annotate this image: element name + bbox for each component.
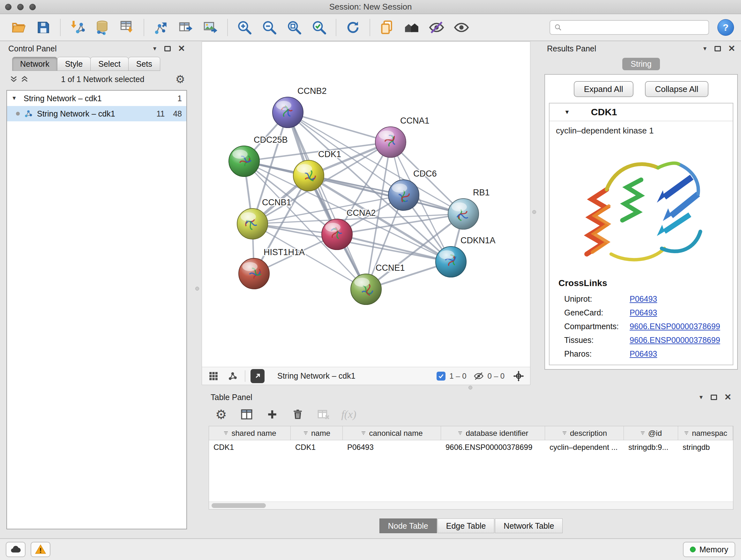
show-all-button[interactable] — [450, 17, 473, 38]
network-node[interactable] — [448, 199, 479, 229]
zoom-fit-button[interactable] — [283, 17, 306, 38]
tab-network-table[interactable]: Network Table — [495, 518, 562, 533]
panel-float-icon[interactable] — [715, 46, 721, 51]
collapse-all-button[interactable]: Collapse All — [645, 81, 709, 97]
zoom-out-button[interactable] — [258, 17, 281, 38]
create-column-button[interactable] — [265, 407, 280, 422]
expand-all-button[interactable]: Expand All — [574, 81, 633, 97]
network-view[interactable]: CCNB2CCNA1CDC25BCDK1CDC6RB1CCNB1CCNA2CDK… — [202, 42, 530, 385]
table-cell[interactable]: stringdb:9... — [624, 440, 678, 454]
cloud-status-button[interactable] — [6, 542, 25, 557]
panel-menu-icon[interactable]: ▼ — [702, 46, 708, 51]
table-cell[interactable]: CDK1 — [291, 440, 343, 454]
delete-table-button[interactable] — [316, 407, 331, 422]
splitter-handle[interactable] — [532, 210, 536, 214]
network-node[interactable] — [239, 258, 269, 289]
save-session-button[interactable] — [32, 17, 55, 38]
collapse-all-button[interactable] — [8, 74, 19, 84]
tab-string[interactable]: String — [622, 58, 660, 70]
section-expander-icon[interactable]: ▼ — [564, 109, 570, 116]
export-table-button[interactable] — [174, 17, 197, 38]
select-columns-button[interactable] — [239, 407, 254, 422]
table-column-header[interactable]: shared name — [209, 426, 291, 440]
memory-button[interactable]: Memory — [683, 542, 735, 557]
apply-preferred-layout-button[interactable] — [341, 17, 364, 38]
function-builder-button[interactable]: f(x) — [341, 407, 356, 422]
table-column-header[interactable]: @id — [624, 426, 678, 440]
network-node[interactable] — [322, 219, 352, 250]
tree-expander-icon[interactable]: ▼ — [11, 95, 20, 102]
network-node[interactable] — [229, 146, 259, 177]
window-minimize-button[interactable] — [17, 4, 23, 10]
network-node[interactable] — [237, 208, 268, 239]
table-column-header[interactable]: name — [291, 426, 343, 440]
tab-node-table[interactable]: Node Table — [380, 518, 437, 533]
crosslink-link[interactable]: 9606.ENSP00000378699 — [630, 335, 720, 345]
table-cell[interactable]: stringdb — [678, 440, 733, 454]
gene-section-header[interactable]: ▼ CDK1 — [549, 104, 733, 121]
network-node[interactable] — [273, 97, 303, 128]
panel-close-icon[interactable]: ✕ — [178, 44, 185, 53]
network-options-gear-icon[interactable]: ⚙ — [176, 74, 185, 84]
table-column-header[interactable]: description — [545, 426, 624, 440]
export-network-button[interactable] — [149, 17, 172, 38]
panel-close-icon[interactable]: ✕ — [724, 393, 731, 401]
crosslink-link[interactable]: P06493 — [630, 294, 657, 304]
table-cell[interactable]: CDK1 — [209, 440, 291, 454]
scrollbar-thumb[interactable] — [212, 503, 266, 508]
open-session-button[interactable] — [7, 17, 30, 38]
table-cell[interactable]: P06493 — [343, 440, 441, 454]
crosslink-link[interactable]: P06493 — [630, 349, 657, 359]
hide-selected-button[interactable] — [425, 17, 448, 38]
panel-menu-icon[interactable]: ▼ — [152, 46, 158, 51]
splitter-handle[interactable] — [195, 287, 199, 291]
table-column-header[interactable]: canonical name — [343, 426, 441, 440]
tab-select[interactable]: Select — [90, 57, 128, 71]
warnings-button[interactable] — [30, 542, 51, 557]
panel-close-icon[interactable]: ✕ — [728, 44, 735, 53]
network-node[interactable] — [351, 274, 381, 305]
crosslink-link[interactable]: P06493 — [630, 308, 657, 317]
expand-all-button[interactable] — [19, 74, 30, 84]
import-network-from-file-button[interactable] — [66, 17, 89, 38]
tab-style[interactable]: Style — [57, 57, 91, 71]
fit-content-button[interactable] — [512, 369, 526, 383]
network-collection-row[interactable]: ▼ String Network – cdk1 1 — [7, 91, 186, 106]
detach-view-button[interactable] — [251, 369, 265, 383]
home-view-button[interactable] — [400, 17, 423, 38]
network-overview-button[interactable] — [226, 369, 240, 383]
window-zoom-button[interactable] — [29, 4, 36, 10]
tab-network[interactable]: Network — [12, 57, 57, 71]
network-node[interactable] — [435, 246, 466, 277]
network-node[interactable] — [375, 127, 406, 158]
table-horizontal-scrollbar[interactable] — [209, 502, 733, 509]
table-row[interactable]: CDK1CDK1P064939606.ENSP00000378699cyclin… — [209, 440, 733, 454]
zoom-in-button[interactable] — [233, 17, 256, 38]
panel-menu-icon[interactable]: ▼ — [698, 395, 704, 400]
clone-network-button[interactable] — [375, 17, 398, 38]
zoom-selected-button[interactable] — [308, 17, 331, 38]
table-cell[interactable]: 9606.ENSP00000378699 — [441, 440, 545, 454]
import-table-from-file-button[interactable] — [116, 17, 138, 38]
table-column-header[interactable]: namespac — [678, 426, 733, 440]
export-image-button[interactable] — [199, 17, 222, 38]
help-button[interactable]: ? — [718, 19, 734, 36]
search-input[interactable] — [565, 23, 704, 32]
table-cell[interactable]: cyclin–dependent ... — [545, 440, 624, 454]
grid-view-button[interactable] — [206, 369, 220, 383]
network-node[interactable] — [293, 160, 324, 191]
tab-sets[interactable]: Sets — [128, 57, 160, 71]
window-close-button[interactable] — [5, 4, 11, 10]
panel-float-icon[interactable] — [164, 46, 171, 51]
delete-column-button[interactable] — [290, 407, 305, 422]
network-canvas[interactable]: CCNB2CCNA1CDC25BCDK1CDC6RB1CCNB1CCNA2CDK… — [202, 42, 530, 367]
table-settings-gear-icon[interactable]: ⚙ — [214, 407, 228, 422]
import-network-from-database-button[interactable] — [91, 17, 114, 38]
crosslink-link[interactable]: 9606.ENSP00000378699 — [630, 322, 720, 331]
panel-float-icon[interactable] — [711, 395, 717, 400]
tab-edge-table[interactable]: Edge Table — [437, 518, 495, 533]
network-edge[interactable] — [288, 112, 366, 289]
table-column-header[interactable]: database identifier — [441, 426, 545, 440]
splitter-handle[interactable] — [468, 386, 472, 389]
search-box[interactable] — [549, 20, 709, 35]
